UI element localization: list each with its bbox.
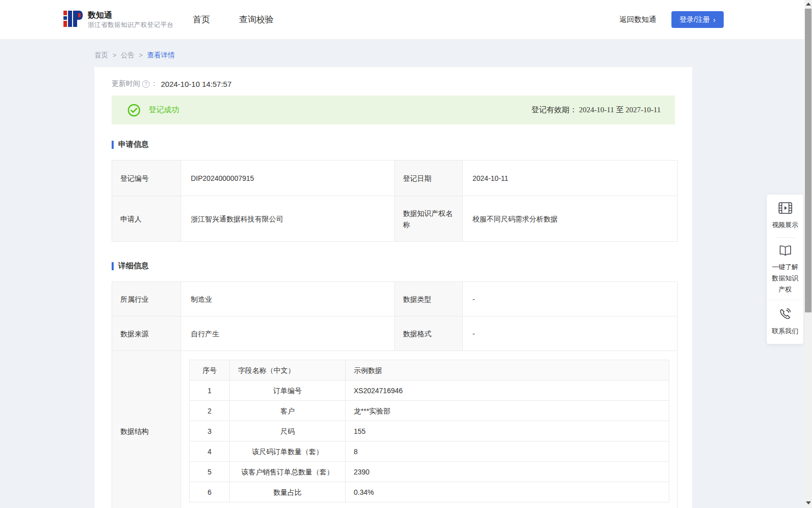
breadcrumb-current-detail: 查看详情 — [147, 51, 175, 60]
nav-query-verify[interactable]: 查询校验 — [238, 11, 275, 28]
scroll-up-arrow[interactable] — [804, 0, 812, 8]
login-register-label: 登录/注册 — [680, 15, 710, 24]
applicant-value: 浙江智兴通数据科技有限公司 — [181, 196, 395, 242]
logo-ip-icon — [63, 8, 83, 31]
back-to-shuzhitong-link[interactable]: 返回数知通 — [620, 15, 657, 24]
breadcrumb-separator: > — [113, 52, 116, 59]
divider — [775, 237, 795, 238]
validity-value: 2024-10-11 至 2027-10-11 — [579, 106, 661, 114]
top-header: 数知通 浙江省数据知识产权登记平台 首页 查询校验 返回数知通 登录/注册 › — [0, 0, 812, 40]
breadcrumb: 首页 > 公告 > 查看详情 — [94, 51, 812, 60]
guide-label-line2: 数据知识 — [769, 273, 801, 284]
cell-seq: 4 — [190, 441, 230, 462]
structure-header-row: 序号 字段名称（中文） 示例数据 — [190, 360, 669, 380]
data-format-label: 数据格式 — [395, 316, 463, 351]
data-type-label: 数据类型 — [395, 282, 463, 316]
reg-number-value: DIP2024000007915 — [181, 161, 395, 196]
col-header-sample-data: 示例数据 — [346, 360, 669, 380]
col-header-seq: 序号 — [190, 360, 230, 380]
cell-sample: 0.34% — [346, 482, 669, 502]
chevron-right-icon: › — [713, 16, 716, 23]
breadcrumb-announcements[interactable]: 公告 — [121, 51, 134, 60]
cell-sample: 2390 — [346, 462, 669, 482]
cell-field: 客户 — [230, 401, 346, 421]
page-scrollbar — [804, 0, 812, 508]
guide-label-line3: 产权 — [769, 284, 801, 295]
learn-data-ip-item[interactable]: 一键了解 数据知识 产权 — [769, 245, 801, 295]
update-time-value: 2024-10-10 14:57:57 — [161, 80, 231, 88]
table-row: 1 订单编号 XS2024716946 — [190, 380, 669, 401]
application-info-table: 登记编号 DIP2024000007915 登记日期 2024-10-11 申请… — [112, 160, 678, 242]
table-row: 3 尺码 155 — [190, 421, 669, 441]
side-panel-top: 视频展示 一键了解 数据知识 产权 — [767, 195, 803, 303]
section-accent-bar — [112, 141, 114, 149]
breadcrumb-separator: > — [139, 52, 143, 59]
cell-seq: 1 — [190, 380, 230, 401]
data-structure-label: 数据结构 — [112, 351, 181, 508]
validity-label: 登记有效期： — [531, 106, 577, 114]
cell-sample: 8 — [346, 441, 669, 462]
ip-name-label: 数据知识产权名称 — [395, 196, 463, 242]
cell-seq: 3 — [190, 421, 230, 441]
scrollbar-thumb[interactable] — [805, 9, 811, 312]
data-type-value: - — [463, 282, 678, 316]
registration-success-banner: 登记成功 登记有效期： 2024-10-11 至 2027-10-11 — [112, 96, 675, 124]
table-row: 登记编号 DIP2024000007915 登记日期 2024-10-11 — [112, 161, 678, 196]
table-row: 所属行业 制造业 数据类型 - — [112, 282, 678, 316]
side-panel-contact[interactable]: 联系我们 — [767, 301, 803, 344]
detail-info-section-title: 详细信息 — [112, 261, 675, 271]
section-accent-bar — [112, 262, 114, 270]
cell-seq: 5 — [190, 462, 230, 482]
detail-card: 更新时间 ? ： 2024-10-10 14:57:57 登记成功 登记有效期：… — [94, 67, 692, 508]
cell-sample: 龙***实验部 — [346, 401, 669, 421]
table-row: 申请人 浙江智兴通数据科技有限公司 数据知识产权名称 校服不同尺码需求分析数据 — [112, 196, 678, 242]
cell-field: 订单编号 — [230, 380, 346, 401]
breadcrumb-home[interactable]: 首页 — [94, 51, 108, 60]
ip-name-value: 校服不同尺码需求分析数据 — [463, 196, 678, 242]
help-question-icon[interactable]: ? — [142, 80, 150, 88]
cell-field: 数量占比 — [230, 482, 346, 502]
nav-home[interactable]: 首页 — [192, 11, 211, 28]
reg-date-label: 登记日期 — [395, 161, 463, 196]
table-row: 数据来源 自行产生 数据格式 - — [112, 316, 678, 351]
reg-number-label: 登记编号 — [112, 161, 181, 196]
cell-field: 该客户销售订单总数量（套） — [230, 462, 346, 482]
data-format-value: - — [463, 316, 678, 351]
detail-info-table: 所属行业 制造业 数据类型 - 数据来源 自行产生 数据格式 - 数据结构 序号 — [112, 281, 678, 508]
update-time-label: 更新时间 — [112, 79, 140, 88]
logo-title: 数知通 — [88, 10, 174, 20]
contact-us-label: 联系我们 — [769, 326, 801, 337]
colon: ： — [151, 79, 158, 88]
phone-icon — [779, 313, 791, 322]
data-structure-table: 序号 字段名称（中文） 示例数据 1 订单编号 XS2024716946 2 客… — [189, 360, 669, 502]
reg-date-value: 2024-10-11 — [463, 161, 678, 196]
status-badge: 登记成功 — [149, 105, 179, 115]
update-time-row: 更新时间 ? ： 2024-10-10 14:57:57 — [112, 79, 675, 88]
cell-seq: 6 — [190, 482, 230, 502]
login-register-button[interactable]: 登录/注册 › — [671, 11, 724, 28]
video-showcase-label: 视频展示 — [769, 219, 801, 231]
guide-label-line1: 一键了解 — [769, 262, 801, 273]
industry-label: 所属行业 — [112, 282, 181, 316]
cell-field: 尺码 — [230, 421, 346, 441]
cell-seq: 2 — [190, 401, 230, 421]
platform-logo[interactable]: 数知通 浙江省数据知识产权登记平台 — [63, 8, 174, 31]
logo-subtitle: 浙江省数据知识产权登记平台 — [88, 20, 174, 29]
industry-value: 制造业 — [181, 282, 395, 316]
book-icon — [779, 249, 792, 258]
video-icon — [779, 207, 792, 215]
table-row: 数据结构 序号 字段名称（中文） 示例数据 1 订单编号 XS202471694… — [112, 351, 678, 508]
table-row: 5 该客户销售订单总数量（套） 2390 — [190, 462, 669, 482]
main-nav: 首页 查询校验 — [192, 11, 275, 28]
scroll-down-arrow[interactable] — [804, 499, 812, 506]
col-header-field-name: 字段名称（中文） — [230, 360, 346, 380]
data-source-label: 数据来源 — [112, 316, 181, 351]
data-source-value: 自行产生 — [181, 316, 395, 351]
success-check-icon — [127, 104, 141, 117]
table-row: 2 客户 龙***实验部 — [190, 401, 669, 421]
video-showcase-item[interactable]: 视频展示 — [769, 202, 801, 231]
table-row: 6 数量占比 0.34% — [190, 482, 669, 502]
table-row: 4 该尺码订单数量（套） 8 — [190, 441, 669, 462]
cell-sample: XS2024716946 — [346, 380, 669, 401]
application-info-section-title: 申请信息 — [112, 140, 675, 149]
